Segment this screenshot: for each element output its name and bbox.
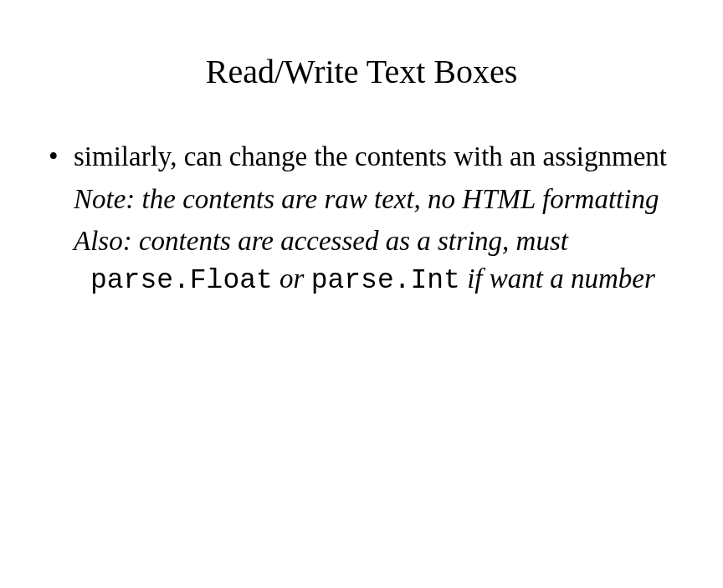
note-line: Note: the contents are raw text, no HTML… — [74, 181, 681, 218]
also-pre: contents are accessed as a string, must — [132, 226, 568, 256]
note-text: the contents are raw text, no HTML forma… — [135, 184, 659, 214]
also-mid: or — [273, 263, 311, 294]
bullet-item: • similarly, can change the contents wit… — [49, 138, 681, 176]
code-parsefloat: parse.Float — [90, 265, 273, 296]
also-label: Also: — [74, 226, 132, 256]
also-post: if want a number — [460, 263, 655, 294]
code-parseint: parse.Int — [311, 265, 460, 296]
bullet-marker: • — [49, 138, 74, 176]
bullet-text: similarly, can change the contents with … — [74, 138, 681, 176]
slide-title: Read/Write Text Boxes — [0, 52, 723, 91]
slide: Read/Write Text Boxes • similarly, can c… — [0, 0, 723, 588]
note-label: Note: — [74, 184, 135, 214]
also-line: Also: contents are accessed as a string,… — [74, 222, 681, 299]
slide-body: • similarly, can change the contents wit… — [49, 138, 681, 299]
